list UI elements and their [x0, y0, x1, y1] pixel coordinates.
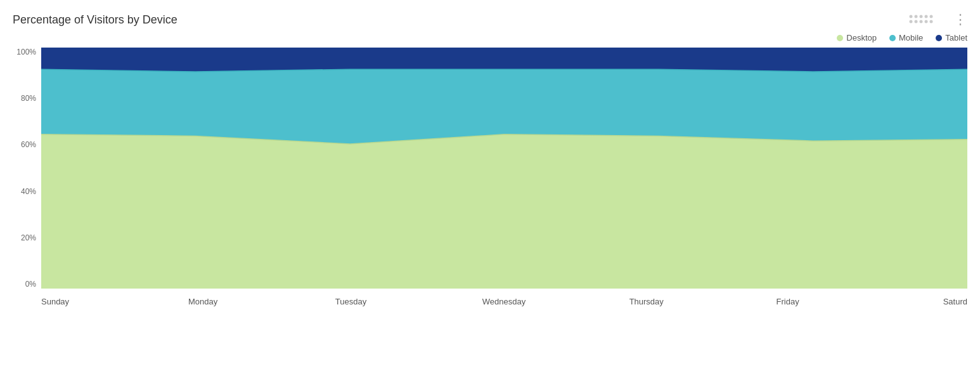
chart-svg	[41, 48, 967, 289]
tablet-area	[41, 48, 967, 72]
legend-dot-tablet	[936, 35, 942, 41]
svg-point-9	[930, 20, 933, 23]
widget-title: Percentage of Visitors by Device	[13, 13, 177, 27]
x-label-sunday: Sunday	[41, 297, 188, 306]
svg-point-0	[910, 15, 913, 18]
legend-item-mobile: Mobile	[889, 33, 923, 42]
legend-label-mobile: Mobile	[899, 33, 923, 42]
y-axis: 100% 80% 60% 40% 20% 0%	[13, 48, 41, 289]
svg-point-4	[930, 15, 933, 18]
legend-dot-mobile	[889, 35, 896, 41]
x-axis: Sunday Monday Tuesday Wednesday Thursday…	[41, 292, 967, 327]
y-label-20: 20%	[13, 233, 41, 242]
legend-label-desktop: Desktop	[846, 33, 877, 42]
x-label-tuesday: Tuesday	[335, 297, 482, 306]
x-label-wednesday: Wednesday	[482, 297, 629, 306]
y-label-100: 100%	[13, 48, 41, 56]
mobile-area	[41, 69, 967, 144]
chart-container: 100% 80% 60% 40% 20% 0%	[13, 48, 967, 327]
legend-item-desktop: Desktop	[837, 33, 877, 42]
svg-point-7	[920, 20, 923, 23]
chart-area: Desktop Mobile Tablet 100% 80% 60% 40% 2…	[13, 33, 967, 344]
widget-container: Percentage of Visitors by Device ⋮ Deskt…	[0, 0, 980, 378]
svg-point-5	[910, 20, 913, 23]
legend-item-tablet: Tablet	[936, 33, 967, 42]
legend-label-tablet: Tablet	[945, 33, 967, 42]
svg-point-2	[920, 15, 923, 18]
chart-legend: Desktop Mobile Tablet	[13, 33, 967, 42]
svg-point-1	[915, 15, 918, 18]
x-label-friday: Friday	[777, 297, 924, 306]
drag-handle[interactable]	[909, 15, 934, 25]
x-label-monday: Monday	[188, 297, 335, 306]
svg-point-6	[915, 20, 918, 23]
x-label-thursday: Thursday	[629, 297, 777, 306]
svg-point-3	[925, 15, 928, 18]
y-label-40: 40%	[13, 187, 41, 196]
y-label-80: 80%	[13, 94, 41, 103]
y-label-60: 60%	[13, 140, 41, 149]
desktop-area	[41, 134, 967, 289]
y-label-0: 0%	[13, 280, 41, 289]
x-label-saturday: Saturd	[923, 297, 967, 306]
more-options-button[interactable]: ⋮	[953, 13, 967, 27]
widget-header: Percentage of Visitors by Device ⋮	[13, 13, 967, 27]
svg-point-8	[925, 20, 928, 23]
legend-dot-desktop	[837, 35, 843, 41]
